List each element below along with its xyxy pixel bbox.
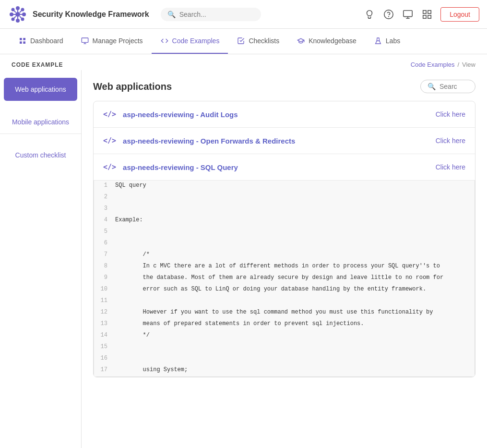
- sidebar-item-web-applications[interactable]: Web applications: [4, 78, 77, 101]
- svg-rect-22: [423, 10, 426, 13]
- line-code: /*: [111, 250, 154, 259]
- main-layout: Web applications Mobile applications Cus…: [0, 70, 487, 448]
- code-line: 16: [94, 353, 475, 365]
- browser-icon[interactable]: [402, 9, 414, 20]
- code-line: 9 the database. Most of them are already…: [94, 273, 475, 284]
- examples-container: </> asp-needs-reviewing - Audit Logs Cli…: [93, 101, 475, 377]
- example-row-audit-logs: </> asp-needs-reviewing - Audit Logs Cli…: [94, 101, 475, 128]
- sidebar-item-mobile-applications[interactable]: Mobile applications: [0, 110, 81, 134]
- labs-icon: [374, 36, 382, 45]
- code-line: 12 However if you want to use the sql co…: [94, 307, 475, 319]
- code-line: 11: [94, 296, 475, 307]
- example-row-sql-query: </> asp-needs-reviewing - SQL Query Clic…: [94, 154, 475, 181]
- svg-rect-28: [20, 41, 22, 44]
- line-number: 1: [94, 181, 111, 190]
- main-content: Web applications 🔍 </> asp-needs-reviewi…: [82, 70, 487, 448]
- line-number: 5: [94, 227, 111, 236]
- line-code: [111, 342, 119, 345]
- breadcrumb: Code Examples / View: [411, 61, 475, 68]
- nav-item-code-examples[interactable]: Code Examples: [152, 29, 228, 54]
- svg-rect-24: [423, 15, 426, 18]
- code-line: 15: [94, 342, 475, 353]
- svg-point-0: [15, 12, 20, 17]
- line-code: Example:: [111, 215, 147, 225]
- line-number: 2: [94, 192, 111, 202]
- code-line: 14 */: [94, 330, 475, 342]
- content-search-input[interactable]: [439, 83, 468, 90]
- nav-label-knowledgebase: Knowledgebase: [309, 37, 356, 45]
- svg-rect-30: [82, 38, 88, 42]
- app-logo-icon: [8, 4, 28, 24]
- content-search-bar[interactable]: 🔍: [420, 80, 475, 93]
- code-bracket-icon-2: </>: [103, 136, 116, 145]
- code-line: 7 /*: [94, 250, 475, 261]
- click-here-open-forwards[interactable]: Click here: [436, 137, 465, 145]
- nav-item-knowledgebase[interactable]: Knowledgebase: [288, 29, 365, 54]
- line-code: In c MVC there are a lot of different me…: [111, 261, 444, 271]
- code-line: 10 error such as SQL to LinQ or doing yo…: [94, 284, 475, 296]
- code-line: 8 In c MVC there are a lot of different …: [94, 261, 475, 273]
- content-title: Web applications: [93, 81, 172, 92]
- line-number: 7: [94, 250, 111, 259]
- code-line: 1SQL query: [94, 181, 475, 192]
- app-title: Security Knowledge Framework: [33, 10, 149, 19]
- line-number: 14: [94, 330, 111, 340]
- example-name-audit-logs: asp-needs-reviewing - Audit Logs: [123, 110, 429, 119]
- nav-item-dashboard[interactable]: Dashboard: [10, 29, 72, 54]
- line-code: */: [111, 330, 154, 340]
- nav-item-labs[interactable]: Labs: [365, 29, 409, 54]
- search-bar[interactable]: 🔍: [161, 8, 261, 21]
- dashboard-icon: [18, 36, 27, 45]
- content-header: Web applications 🔍: [93, 80, 475, 93]
- logo-area: Security Knowledge Framework: [8, 4, 149, 24]
- search-icon: 🔍: [167, 11, 176, 18]
- svg-rect-23: [428, 10, 431, 13]
- search-input[interactable]: [179, 11, 255, 18]
- line-code: the database. Most of them are already s…: [111, 273, 447, 282]
- svg-line-14: [20, 16, 22, 18]
- line-number: 10: [94, 284, 111, 294]
- main-nav: Dashboard Manage Projects Code Examples …: [0, 29, 487, 54]
- code-line: 5: [94, 227, 475, 238]
- page-header: CODE EXAMPLE Code Examples / View: [0, 54, 487, 70]
- logout-button[interactable]: Logout: [440, 7, 479, 22]
- page-title: CODE EXAMPLE: [12, 61, 63, 68]
- svg-rect-27: [23, 38, 25, 40]
- line-number: 6: [94, 238, 111, 248]
- line-code: SQL query: [111, 181, 150, 190]
- sidebar-item-custom-checklist[interactable]: Custom checklist: [0, 144, 81, 167]
- svg-rect-26: [20, 38, 22, 40]
- knowledgebase-icon: [297, 36, 305, 45]
- sidebar: Web applications Mobile applications Cus…: [0, 70, 82, 448]
- line-code: [111, 296, 119, 299]
- example-name-open-forwards: asp-needs-reviewing - Open Forwards & Re…: [123, 137, 429, 145]
- nav-item-checklists[interactable]: Checklists: [228, 29, 288, 54]
- click-here-audit-logs[interactable]: Click here: [436, 110, 465, 118]
- code-line: 2: [94, 192, 475, 204]
- nav-label-manage-projects: Manage Projects: [93, 37, 143, 45]
- line-number: 8: [94, 261, 111, 271]
- line-code: [111, 192, 119, 195]
- line-number: 4: [94, 215, 111, 225]
- nav-item-manage-projects[interactable]: Manage Projects: [72, 29, 152, 54]
- svg-rect-25: [428, 15, 431, 18]
- example-row-open-forwards: </> asp-needs-reviewing - Open Forwards …: [94, 128, 475, 154]
- nav-label-dashboard: Dashboard: [30, 37, 63, 45]
- header: Security Knowledge Framework 🔍: [0, 0, 487, 29]
- line-number: 16: [94, 353, 111, 363]
- breadcrumb-separator: /: [457, 61, 459, 68]
- line-code: [111, 227, 119, 230]
- code-block: 1SQL query234Example:567 /*8 In c MVC th…: [94, 181, 475, 377]
- breadcrumb-link[interactable]: Code Examples: [411, 61, 455, 68]
- grid-icon[interactable]: [421, 9, 433, 20]
- svg-line-15: [20, 11, 22, 12]
- click-here-sql-query[interactable]: Click here: [436, 163, 465, 171]
- svg-line-13: [14, 11, 16, 12]
- line-code: [111, 238, 119, 241]
- help-icon[interactable]: [383, 9, 394, 20]
- nav-label-labs: Labs: [386, 37, 400, 45]
- code-bracket-icon-1: </>: [103, 110, 116, 119]
- lightbulb-icon[interactable]: [364, 9, 375, 20]
- line-number: 3: [94, 204, 111, 213]
- nav-label-code-examples: Code Examples: [172, 37, 220, 45]
